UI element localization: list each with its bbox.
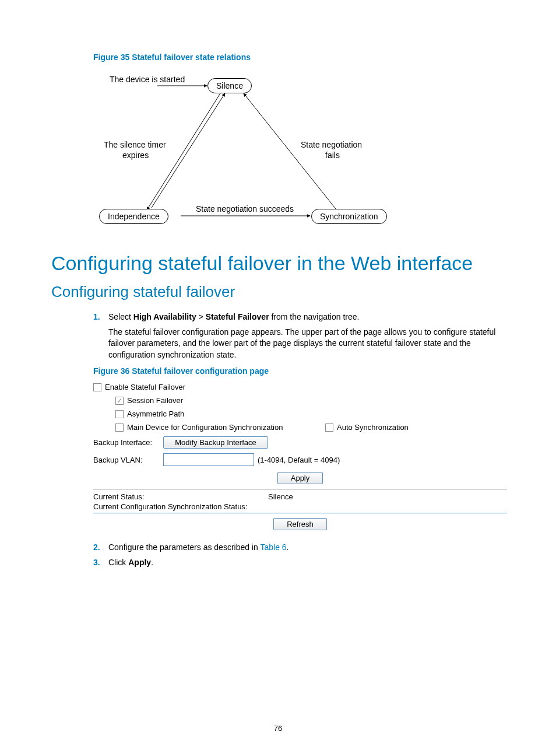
divider-blue — [93, 513, 507, 513]
edge-timer-label-1: The silence timer — [104, 140, 166, 149]
heading-configure-web: Configuring stateful failover in the Web… — [51, 252, 505, 275]
checkbox-main-device[interactable] — [115, 424, 124, 432]
row-enable-sf: Enable Stateful Failover — [93, 380, 507, 394]
step-1-gt: > — [196, 312, 206, 321]
input-backup-vlan[interactable] — [163, 453, 254, 466]
row-session-failover: ✓ Session Failover — [93, 394, 507, 407]
edge-negfail-label-2: fails — [325, 150, 340, 160]
step-1-number: 1. — [93, 312, 108, 360]
step-2: 2. Configure the parameters as described… — [93, 542, 505, 554]
config-panel: Enable Stateful Failover ✓ Session Failo… — [93, 380, 507, 534]
step-3-lead: Click — [108, 558, 128, 567]
label-enable-sf: Enable Stateful Failover — [105, 383, 185, 391]
label-backup-interface: Backup Interface: — [93, 438, 163, 447]
row-asymmetric-path: Asymmetric Path — [93, 407, 507, 421]
label-session-failover: Session Failover — [127, 396, 183, 405]
label-sync-status: Current Configuration Synchronization St… — [93, 502, 247, 511]
label-main-device: Main Device for Configuration Synchroniz… — [127, 423, 325, 432]
step-2-lead: Configure the parameters as described in — [108, 542, 260, 552]
label-current-status: Current Status: — [93, 492, 268, 501]
step-2-tail: . — [287, 542, 289, 552]
step-3: 3. Click Apply. — [93, 557, 505, 569]
hint-backup-vlan: (1-4094, Default = 4094) — [258, 456, 340, 464]
row-main-device-sync: Main Device for Configuration Synchroniz… — [93, 421, 507, 434]
step-2-number: 2. — [93, 542, 108, 554]
checkbox-auto-sync[interactable] — [325, 424, 333, 432]
row-backup-interface: Backup Interface: Modify Backup Interfac… — [93, 434, 507, 451]
checkbox-session-failover[interactable]: ✓ — [115, 397, 124, 405]
figure35-diagram: Silence Independence Synchronization The… — [93, 65, 505, 235]
checkbox-enable-sf[interactable] — [93, 383, 101, 391]
label-backup-vlan: Backup VLAN: — [93, 456, 163, 464]
refresh-button[interactable]: Refresh — [273, 518, 327, 530]
state-silence: Silence — [207, 78, 252, 93]
page-number: 76 — [0, 724, 556, 733]
edge-started-label: The device is started — [110, 75, 185, 84]
step-1-sf: Stateful Failover — [206, 312, 269, 321]
checkbox-asymmetric-path[interactable] — [115, 410, 124, 418]
modify-backup-interface-button[interactable]: Modify Backup Interface — [163, 436, 268, 449]
edge-negok-label: State negotiation succeeds — [196, 204, 294, 214]
step-1-tail: from the navigation tree. — [269, 312, 360, 321]
svg-line-2 — [152, 93, 225, 208]
state-independence: Independence — [99, 209, 168, 224]
step-1-paragraph: The stateful failover configuration page… — [108, 327, 505, 361]
step-3-number: 3. — [93, 557, 108, 569]
apply-button[interactable]: Apply — [277, 472, 323, 484]
step-3-apply: Apply — [128, 558, 151, 567]
label-asymmetric-path: Asymmetric Path — [127, 410, 184, 418]
svg-line-1 — [147, 93, 220, 210]
step-1: 1. Select High Availability > Stateful F… — [93, 312, 505, 360]
step-1-text-lead: Select — [108, 312, 133, 321]
divider-top — [93, 489, 507, 489]
row-current-status: Current Status: Silence — [93, 492, 507, 502]
step-3-tail: . — [151, 558, 153, 567]
figure35-caption: Figure 35 Stateful failover state relati… — [93, 52, 505, 62]
label-auto-sync: Auto Synchronization — [337, 423, 409, 432]
edge-negfail-label-1: State negotiation — [301, 140, 362, 149]
edge-timer-label-2: expires — [122, 150, 149, 160]
row-sync-status: Current Configuration Synchronization St… — [93, 502, 507, 512]
svg-line-3 — [244, 93, 336, 209]
heading-configure-sf: Configuring stateful failover — [51, 283, 505, 301]
row-backup-vlan: Backup VLAN: (1-4094, Default = 4094) — [93, 451, 507, 468]
value-current-status: Silence — [268, 492, 293, 501]
table-6-link[interactable]: Table 6 — [260, 542, 286, 552]
state-synchronization: Synchronization — [311, 209, 387, 224]
figure36-caption: Figure 36 Stateful failover configuratio… — [93, 366, 505, 376]
step-1-ha: High Availability — [133, 312, 196, 321]
